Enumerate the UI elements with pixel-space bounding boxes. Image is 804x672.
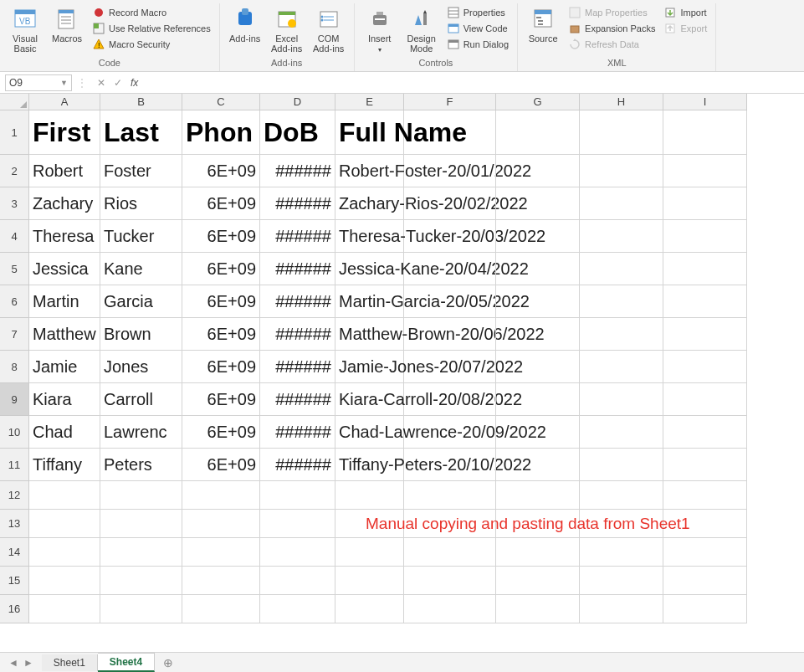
cell-A1[interactable]: First — [29, 110, 100, 155]
cell-B11[interactable]: Peters — [100, 449, 182, 481]
cell-H6[interactable] — [580, 285, 663, 318]
cell-E8[interactable]: Jamie-Jones-20/07/2022 — [335, 351, 404, 383]
cell-H1[interactable] — [580, 110, 663, 155]
row-header-14[interactable]: 14 — [0, 538, 29, 567]
cell-G16[interactable] — [496, 595, 580, 623]
cell-G3[interactable] — [496, 187, 580, 220]
cell-D13[interactable] — [260, 510, 335, 538]
cell-G11[interactable] — [496, 449, 580, 481]
row-header-10[interactable]: 10 — [0, 416, 29, 449]
cell-H4[interactable] — [580, 220, 663, 253]
cell-I15[interactable] — [663, 567, 747, 595]
cell-A16[interactable] — [29, 595, 100, 623]
view-code-button[interactable]: View Code — [443, 21, 512, 36]
cell-C12[interactable] — [182, 481, 260, 510]
cell-A11[interactable]: Tiffany — [29, 449, 100, 481]
cell-F10[interactable] — [404, 416, 496, 449]
cell-C10[interactable]: 6E+09 — [182, 416, 260, 449]
fx-icon[interactable]: fx — [131, 77, 138, 89]
cell-B14[interactable] — [100, 538, 182, 567]
cell-F5[interactable] — [404, 253, 496, 285]
cell-H15[interactable] — [580, 567, 663, 595]
cell-H12[interactable] — [580, 481, 663, 510]
cell-I1[interactable] — [663, 110, 747, 155]
cell-I2[interactable] — [663, 155, 747, 187]
cell-E10[interactable]: Chad-Lawrence-20/09/2022 — [335, 416, 404, 449]
name-box[interactable]: O9▼ — [5, 74, 72, 91]
cell-G6[interactable] — [496, 285, 580, 318]
cell-D10[interactable]: ###### — [260, 416, 335, 449]
excel-addins-button[interactable]: Excel Add-ins — [267, 3, 307, 54]
row-header-8[interactable]: 8 — [0, 351, 29, 383]
enter-icon[interactable]: ✓ — [114, 77, 122, 89]
cell-D16[interactable] — [260, 595, 335, 623]
row-header-11[interactable]: 11 — [0, 449, 29, 481]
cell-D1[interactable]: DoB — [260, 110, 335, 155]
cell-I3[interactable] — [663, 187, 747, 220]
addins-button[interactable]: Add-ins — [225, 3, 265, 44]
column-header-I[interactable]: I — [663, 94, 747, 110]
select-all-corner[interactable] — [0, 94, 29, 110]
cell-A2[interactable]: Robert — [29, 155, 100, 187]
cell-A8[interactable]: Jamie — [29, 351, 100, 383]
cell-E12[interactable] — [335, 481, 404, 510]
row-header-7[interactable]: 7 — [0, 318, 29, 351]
cell-C5[interactable]: 6E+09 — [182, 253, 260, 285]
cell-H2[interactable] — [580, 155, 663, 187]
cell-G9[interactable] — [496, 383, 580, 416]
cell-E2[interactable]: Robert-Foster-20/01/2022 — [335, 155, 404, 187]
row-header-4[interactable]: 4 — [0, 220, 29, 253]
cell-A3[interactable]: Zachary — [29, 187, 100, 220]
row-header-6[interactable]: 6 — [0, 285, 29, 318]
row-header-5[interactable]: 5 — [0, 253, 29, 285]
cell-E15[interactable] — [335, 567, 404, 595]
sheet-tab-sheet1[interactable]: Sheet1 — [42, 654, 98, 671]
cell-F11[interactable] — [404, 449, 496, 481]
column-header-F[interactable]: F — [404, 94, 496, 110]
row-header-1[interactable]: 1 — [0, 110, 29, 155]
column-header-D[interactable]: D — [260, 94, 335, 110]
cell-D6[interactable]: ###### — [260, 285, 335, 318]
cell-D14[interactable] — [260, 538, 335, 567]
cell-F1[interactable] — [404, 110, 496, 155]
cell-E11[interactable]: Tiffany-Peters-20/10/2022 — [335, 449, 404, 481]
import-button[interactable]: Import — [660, 5, 710, 20]
cell-F4[interactable] — [404, 220, 496, 253]
column-header-G[interactable]: G — [496, 94, 580, 110]
cell-G4[interactable] — [496, 220, 580, 253]
cell-I6[interactable] — [663, 285, 747, 318]
cancel-icon[interactable]: ✕ — [97, 77, 105, 89]
tab-nav-next-icon[interactable]: ► — [23, 657, 33, 669]
column-header-C[interactable]: C — [182, 94, 260, 110]
cell-C13[interactable] — [182, 510, 260, 538]
row-header-12[interactable]: 12 — [0, 481, 29, 510]
cell-D8[interactable]: ###### — [260, 351, 335, 383]
cell-I8[interactable] — [663, 351, 747, 383]
row-header-3[interactable]: 3 — [0, 187, 29, 220]
cell-A13[interactable] — [29, 510, 100, 538]
formula-input[interactable] — [143, 74, 804, 91]
cell-A9[interactable]: Kiara — [29, 383, 100, 416]
tab-nav-prev-icon[interactable]: ◄ — [8, 657, 18, 669]
cell-B12[interactable] — [100, 481, 182, 510]
cell-I7[interactable] — [663, 318, 747, 351]
row-header-9[interactable]: 9 — [0, 383, 29, 416]
cell-H16[interactable] — [580, 595, 663, 623]
cell-B3[interactable]: Rios — [100, 187, 182, 220]
cell-H9[interactable] — [580, 383, 663, 416]
cell-H10[interactable] — [580, 416, 663, 449]
cell-E5[interactable]: Jessica-Kane-20/04/2022 — [335, 253, 404, 285]
cell-F12[interactable] — [404, 481, 496, 510]
cell-D9[interactable]: ###### — [260, 383, 335, 416]
cell-A7[interactable]: Matthew — [29, 318, 100, 351]
cell-F8[interactable] — [404, 351, 496, 383]
cell-C9[interactable]: 6E+09 — [182, 383, 260, 416]
spreadsheet-grid[interactable]: ABCDEFGHI 12345678910111213141516 FirstL… — [0, 94, 804, 652]
cell-H11[interactable] — [580, 449, 663, 481]
cell-C11[interactable]: 6E+09 — [182, 449, 260, 481]
cell-E6[interactable]: Martin-Garcia-20/05/2022 — [335, 285, 404, 318]
sheet-tab-sheet4[interactable]: Sheet4 — [98, 653, 155, 672]
cell-C1[interactable]: Phon — [182, 110, 260, 155]
cell-C14[interactable] — [182, 538, 260, 567]
new-sheet-button[interactable]: ⊕ — [155, 656, 182, 669]
